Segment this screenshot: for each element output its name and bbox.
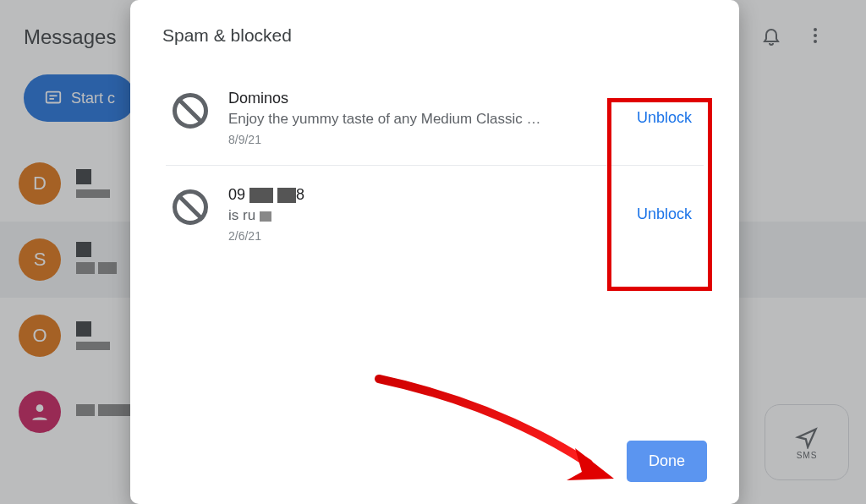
- spam-blocked-dialog: Spam & blocked Dominos Enjoy the yummy t…: [130, 0, 739, 504]
- entry-preview: is ru: [228, 207, 550, 224]
- entry-preview: Enjoy the yummy taste of any Medium Clas…: [228, 111, 550, 128]
- blocked-list: Dominos Enjoy the yummy taste of any Med…: [162, 69, 707, 441]
- entry-sender: 09 8: [228, 186, 605, 204]
- blocked-icon: [173, 93, 208, 129]
- blocked-entry: 09 8 is ru 2/6/21 Unblock: [162, 166, 707, 261]
- dialog-title: Spam & blocked: [162, 25, 707, 46]
- done-button[interactable]: Done: [627, 441, 707, 482]
- entry-date: 2/6/21: [228, 229, 605, 243]
- blocked-entry: Dominos Enjoy the yummy taste of any Med…: [162, 69, 707, 165]
- entry-date: 8/9/21: [228, 133, 605, 146]
- unblock-button[interactable]: Unblock: [625, 199, 704, 230]
- unblock-button[interactable]: Unblock: [625, 102, 704, 134]
- entry-sender: Dominos: [228, 90, 605, 107]
- blocked-icon: [173, 189, 208, 225]
